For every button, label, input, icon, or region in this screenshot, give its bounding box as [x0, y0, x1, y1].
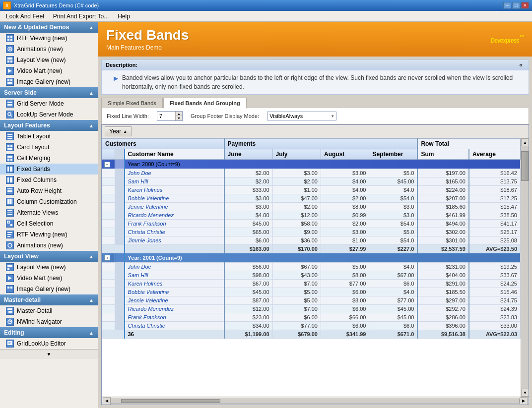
sidebar-item-video-mart2[interactable]: Video Mart (new): [0, 273, 98, 284]
sidebar-item-animations2[interactable]: Animations (new): [0, 240, 98, 251]
june-cell: $33.00: [224, 185, 272, 194]
minimize-button[interactable]: ─: [503, 2, 511, 9]
table-row[interactable]: Karen Holmes $33.00 $1.00 $4.00 $4.0 $22…: [102, 185, 521, 194]
table-row[interactable]: Sam Hill $98.00 $43.00 $8.00 $67.00 $404…: [102, 271, 521, 279]
fixed-line-width-input[interactable]: [157, 112, 175, 120]
tab-simple-fixed-bands[interactable]: Simple Fixed Bands: [101, 98, 163, 108]
horizontal-scrollbar[interactable]: ◀ ▶: [102, 397, 529, 405]
sidebar-item-rtf-viewing[interactable]: RTF Viewing (new): [0, 33, 98, 44]
menu-print-export[interactable]: Print And Export To...: [49, 12, 113, 21]
year-filter-button[interactable]: Year ▲: [105, 126, 132, 136]
table-row[interactable]: Jennie Valentine $3.00 $2.00 $8.00 $3.0 …: [102, 202, 521, 211]
menu-help[interactable]: Help: [114, 12, 134, 21]
table-row[interactable]: Bobbie Valentine $3.00 $47.00 $2.00 $54.…: [102, 194, 521, 202]
table-row[interactable]: John Doe $2.00 $3.00 $3.00 $5.0 $197.00 …: [102, 169, 521, 177]
average-header[interactable]: Average: [469, 149, 521, 160]
sidebar-item-cell-merging[interactable]: Cell Merging: [0, 153, 98, 164]
table-row[interactable]: Ricardo Menendez $12.00 $7.00 $6.00 $45.…: [102, 304, 521, 313]
sum-header[interactable]: Sum: [417, 149, 469, 160]
table-row[interactable]: Karen Holmes $67.00 $7.00 $77.00 $6.0 $2…: [102, 279, 521, 288]
sidebar-section-editing[interactable]: Editing ▲: [0, 327, 98, 338]
h-scroll-track[interactable]: [111, 399, 520, 404]
sidebar-item-fixed-columns[interactable]: Fixed Columns: [0, 175, 98, 185]
expand-cell[interactable]: +: [102, 253, 115, 262]
sidebar-item-grid-server-mode[interactable]: Grid Server Mode: [0, 98, 98, 109]
sidebar-item-rtf-viewing2[interactable]: RTF Viewing (new): [0, 229, 98, 240]
spinner-down-button[interactable]: ▼: [175, 116, 182, 120]
customer-name-header[interactable]: Customer Name: [125, 149, 224, 160]
row-indicator-cell: [115, 288, 124, 296]
table-row[interactable]: Frank Frankson $45.00 $58.00 $2.00 $54.0…: [102, 219, 521, 228]
sidebar-item-gridlookup-editor[interactable]: GridLookUp Editor: [0, 338, 98, 349]
close-button[interactable]: ✕: [521, 2, 529, 9]
menu-look-and-feel[interactable]: Look And Feel: [2, 12, 48, 21]
sidebar-item-nwind-navigator[interactable]: NWind Navigator: [0, 316, 98, 327]
h-scroll-right-button[interactable]: ▶: [520, 397, 528, 405]
group-header-row: + Year: 2001 (Count=9): [102, 253, 521, 262]
fixed-line-width-spinner[interactable]: ▲ ▼: [157, 111, 183, 121]
expand-empty: [102, 271, 115, 279]
sidebar-section-new-demos[interactable]: New & Updated Demos ▲: [0, 22, 98, 33]
vertical-scrollbar[interactable]: ▲ ▼: [521, 138, 529, 397]
sidebar-section-master-detail[interactable]: Master-detail ▲: [0, 294, 98, 305]
august-cell: $6.00: [321, 304, 369, 313]
sidebar-item-layout-view[interactable]: Layout View (new): [0, 55, 98, 65]
july-cell: $12.00: [272, 211, 321, 219]
sidebar-item-video-mart[interactable]: Video Mart (new): [0, 65, 98, 76]
sidebar-item-lookup-server-mode[interactable]: LookUp Server Mode: [0, 109, 98, 120]
h-scroll-thumb[interactable]: [121, 399, 220, 403]
sidebar-item-column-customization[interactable]: Column Customization: [0, 196, 98, 207]
v-scroll-thumb[interactable]: [521, 151, 529, 181]
table-row[interactable]: Jennie Valentine $87.00 $5.00 $8.00 $77.…: [102, 296, 521, 304]
august-cell: $4.00: [321, 177, 369, 185]
sidebar-item-image-gallery[interactable]: Image Gallery (new): [0, 76, 98, 87]
sidebar-item-table-layout[interactable]: Table Layout: [0, 131, 98, 142]
scroll-down-button[interactable]: ▼: [521, 389, 529, 397]
august-header[interactable]: August: [321, 149, 369, 160]
video-icon: [6, 67, 14, 75]
sidebar-item-alternate-views[interactable]: Alternate Views: [0, 207, 98, 218]
table-row[interactable]: Ricardo Menendez $4.00 $12.00 $0.99 $3.0…: [102, 211, 521, 219]
sidebar-item-master-detail[interactable]: Master-Detail: [0, 305, 98, 316]
sidebar-section-layout-features[interactable]: Layout Features ▲: [0, 120, 98, 131]
sidebar-item-fixed-bands[interactable]: Fixed Bands: [0, 164, 98, 175]
spinner-up-button[interactable]: ▲: [175, 112, 182, 116]
june-cell: $45.00: [224, 219, 272, 228]
table-row[interactable]: Christa Christie $34.00 $77.00 $6.00 $6.…: [102, 321, 521, 330]
table-row[interactable]: Bobbie Valentine $45.00 $5.00 $6.00 $4.0…: [102, 288, 521, 296]
description-toggle-button[interactable]: «: [517, 61, 525, 68]
table-row[interactable]: Sam Hill $2.00 $2.00 $4.00 $45.00 $165.0…: [102, 177, 521, 185]
july-cell: $36.00: [272, 236, 321, 244]
table-row[interactable]: Christa Christie $65.00 $9.00 $3.00 $5.0…: [102, 228, 521, 236]
sidebar-scroll-down[interactable]: ▼: [0, 349, 98, 359]
scroll-up-button[interactable]: ▲: [521, 138, 529, 146]
table-row[interactable]: Jimmie Jones $6.00 $36.00 $1.00 $54.0 $3…: [102, 236, 521, 244]
tab-fixed-bands-grouping[interactable]: Fixed Bands And Grouping: [163, 98, 247, 109]
sidebar-item-layout-view2[interactable]: Layout View (new): [0, 262, 98, 273]
expand-button[interactable]: −: [104, 162, 110, 168]
table-row[interactable]: Frank Frankson $23.00 $6.00 $66.00 $45.0…: [102, 313, 521, 321]
v-scroll-track[interactable]: [521, 146, 529, 389]
sidebar-section-layout-view[interactable]: Layout View ▲: [0, 251, 98, 262]
description-header: Description: «: [102, 60, 529, 70]
expand-button[interactable]: +: [104, 255, 110, 261]
sidebar-section-server-side[interactable]: Server Side ▲: [0, 87, 98, 98]
maximize-button[interactable]: □: [512, 2, 520, 9]
sidebar-item-cell-selection[interactable]: Cell Selection: [0, 218, 98, 229]
sum-cell: $185.60: [417, 202, 469, 211]
sidebar-item-image-gallery2[interactable]: Image Gallery (new): [0, 284, 98, 294]
group-footer-select[interactable]: VisibleAlways Never VisibleIfExpanded: [267, 112, 336, 120]
footer-name: 36: [125, 330, 224, 338]
sidebar-item-animations[interactable]: Animations (new): [0, 44, 98, 55]
september-header[interactable]: September: [369, 149, 417, 160]
sidebar-item-auto-row-height[interactable]: Auto Row Height: [0, 185, 98, 196]
title-bar: X XtraGrid Features Demo (C# code) ─ □ ✕: [0, 0, 532, 11]
grid-scroll-inner[interactable]: Customers Payments Row Total: [102, 138, 521, 397]
july-header[interactable]: July: [272, 149, 321, 160]
table-row[interactable]: John Doe $56.00 $67.00 $5.00 $4.0 $231.0…: [102, 262, 521, 271]
september-cell: $5.0: [369, 169, 417, 177]
june-header[interactable]: June: [224, 149, 272, 160]
h-scroll-left-button[interactable]: ◀: [103, 397, 111, 405]
sidebar-item-card-layout[interactable]: Card Layout: [0, 142, 98, 153]
expand-cell[interactable]: −: [102, 160, 115, 169]
